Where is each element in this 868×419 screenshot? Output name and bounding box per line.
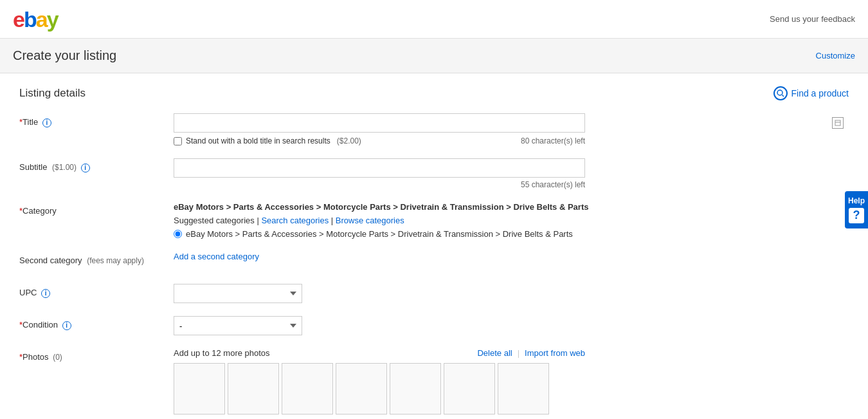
subtitle-label: Subtitle ($1.00) i bbox=[19, 158, 174, 172]
logo-b: b bbox=[24, 7, 36, 32]
second-category-row: Second category (fees may apply) Add a s… bbox=[19, 252, 849, 271]
photo-box-7[interactable] bbox=[498, 363, 549, 414]
page-title: Create your listing bbox=[13, 48, 116, 63]
photos-label: *Photos (0) bbox=[19, 348, 174, 362]
svg-rect-2 bbox=[835, 120, 840, 126]
photos-divider: | bbox=[518, 348, 520, 358]
subtitle-info-icon[interactable]: i bbox=[81, 163, 90, 172]
photo-box-4[interactable] bbox=[336, 363, 387, 414]
find-product-label: Find a product bbox=[791, 88, 849, 98]
browse-categories-link[interactable]: Browse categories bbox=[336, 216, 404, 225]
svg-point-0 bbox=[777, 90, 782, 95]
svg-line-1 bbox=[782, 95, 784, 97]
customize-link[interactable]: Customize bbox=[816, 51, 855, 61]
ebay-logo[interactable]: ebay bbox=[13, 8, 58, 30]
condition-controls: - New Used For parts or not working bbox=[174, 316, 849, 335]
upc-controls: Does not apply bbox=[174, 284, 849, 303]
second-category-note: (fees may apply) bbox=[87, 256, 144, 265]
photo-box-5[interactable] bbox=[390, 363, 441, 414]
suggested-categories: Suggested categories | Search categories… bbox=[174, 216, 849, 225]
subtitle-row: Subtitle ($1.00) i 55 character(s) left bbox=[19, 158, 849, 189]
title-controls: Stand out with a bold title in search re… bbox=[174, 113, 849, 145]
upc-info-icon[interactable]: i bbox=[41, 289, 50, 298]
photo-box-2[interactable] bbox=[228, 363, 279, 414]
listing-details-title: Listing details bbox=[19, 87, 86, 100]
title-info-icon[interactable]: i bbox=[42, 118, 51, 127]
category-path: eBay Motors > Parts & Accessories > Moto… bbox=[174, 202, 849, 212]
bold-title-checkbox[interactable] bbox=[174, 137, 182, 145]
category-option-path: eBay Motors > Parts & Accessories > Moto… bbox=[186, 229, 573, 239]
search-categories-link[interactable]: Search categories bbox=[261, 216, 329, 225]
search-icon bbox=[773, 86, 788, 100]
photo-box-3[interactable] bbox=[282, 363, 333, 414]
title-edit-icon[interactable] bbox=[832, 117, 844, 129]
subtitle-price: ($1.00) bbox=[52, 163, 77, 172]
condition-row: *Condition i - New Used For parts or not… bbox=[19, 316, 849, 335]
category-radio[interactable] bbox=[174, 230, 182, 238]
condition-info-icon[interactable]: i bbox=[62, 321, 71, 330]
required-asterisk: * bbox=[19, 320, 23, 330]
subtitle-char-count: 55 character(s) left bbox=[174, 180, 585, 189]
bold-title-row: Stand out with a bold title in search re… bbox=[174, 136, 585, 145]
page-title-bar: Create your listing Customize bbox=[0, 39, 868, 73]
help-question-icon: ? bbox=[849, 208, 864, 223]
title-label: *Title i bbox=[19, 113, 174, 127]
category-label: *Category bbox=[19, 202, 174, 216]
bold-title-price: ($2.00) bbox=[337, 136, 361, 145]
category-row: *Category eBay Motors > Parts & Accessor… bbox=[19, 202, 849, 239]
upc-label: UPC i bbox=[19, 284, 174, 298]
category-option: eBay Motors > Parts & Accessories > Moto… bbox=[174, 229, 849, 239]
upc-select[interactable]: Does not apply bbox=[174, 284, 302, 303]
title-input-wrapper bbox=[174, 113, 849, 133]
title-char-count: 80 character(s) left bbox=[521, 136, 585, 145]
suggested-label: Suggested categories bbox=[174, 216, 255, 225]
photos-controls: Add up to 12 more photos Delete all | Im… bbox=[174, 348, 849, 414]
help-button[interactable]: Help ? bbox=[845, 191, 868, 228]
photo-boxes bbox=[174, 363, 849, 414]
photo-box-6[interactable] bbox=[444, 363, 495, 414]
second-category-label: Second category (fees may apply) bbox=[19, 252, 174, 265]
header: ebay Send us your feedback bbox=[0, 0, 868, 39]
add-photos-text: Add up to 12 more photos bbox=[174, 348, 477, 358]
feedback-link[interactable]: Send us your feedback bbox=[770, 14, 855, 24]
section-header: Listing details Find a product bbox=[19, 86, 849, 100]
condition-label: *Condition i bbox=[19, 316, 174, 330]
logo-y: y bbox=[47, 7, 58, 32]
title-row: *Title i Stand out with a bold title in … bbox=[19, 113, 849, 145]
condition-select[interactable]: - New Used For parts or not working bbox=[174, 316, 302, 335]
upc-row: UPC i Does not apply bbox=[19, 284, 849, 303]
photos-count: (0) bbox=[53, 353, 62, 362]
title-input[interactable] bbox=[174, 113, 585, 133]
photos-actions: Delete all | Import from web bbox=[477, 348, 585, 358]
add-second-category-link[interactable]: Add a second category bbox=[174, 252, 259, 261]
subtitle-controls: 55 character(s) left bbox=[174, 158, 849, 189]
photo-box-1[interactable] bbox=[174, 363, 225, 414]
bold-title-label[interactable]: Stand out with a bold title in search re… bbox=[174, 136, 361, 145]
required-asterisk: * bbox=[19, 117, 23, 127]
photos-label-text: Photos bbox=[23, 352, 48, 362]
required-asterisk: * bbox=[19, 206, 23, 216]
import-from-web-link[interactable]: Import from web bbox=[525, 348, 585, 358]
logo-a: a bbox=[36, 7, 47, 32]
second-category-controls: Add a second category bbox=[174, 252, 849, 261]
subtitle-input[interactable] bbox=[174, 158, 585, 178]
help-button-label: Help bbox=[845, 196, 868, 205]
logo-e: e bbox=[13, 7, 24, 32]
main-content: Listing details Find a product *Title i bbox=[0, 73, 868, 419]
delete-all-link[interactable]: Delete all bbox=[477, 348, 512, 358]
category-controls: eBay Motors > Parts & Accessories > Moto… bbox=[174, 202, 849, 239]
find-product-link[interactable]: Find a product bbox=[773, 86, 849, 100]
bold-title-text: Stand out with a bold title in search re… bbox=[186, 136, 330, 145]
photos-row: *Photos (0) Add up to 12 more photos Del… bbox=[19, 348, 849, 414]
